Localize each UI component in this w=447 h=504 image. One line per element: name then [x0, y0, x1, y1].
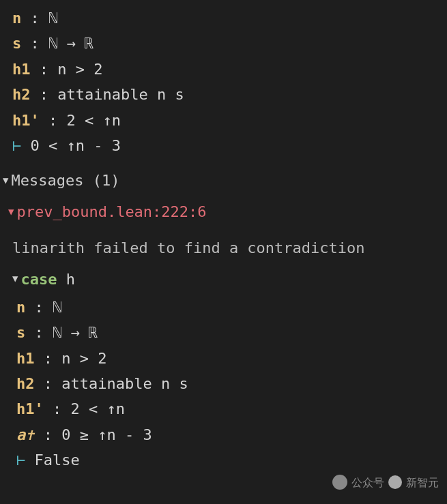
hypothesis-line: s : ℕ → ℝ	[12, 31, 435, 56]
hyp-name: a✝	[16, 426, 35, 443]
error-location-text: prev_bound.lean:222:6	[16, 199, 206, 224]
error-location-link[interactable]: ▼ prev_bound.lean:222:6	[5, 198, 447, 226]
hyp-type: 2 < ↑n	[67, 112, 121, 129]
hypothesis-line: s : ℕ → ℝ	[16, 320, 431, 345]
hyp-name: h2	[16, 375, 35, 392]
case-goal-state: n : ℕ s : ℕ → ℝ h1 : n > 2 h2 : attainab…	[0, 292, 447, 476]
hypothesis-line: h1' : 2 < ↑n	[16, 396, 431, 421]
goal-text: 0 < ↑n - 3	[31, 137, 121, 154]
hyp-name: n	[16, 299, 25, 316]
goal-line: ⊢ False	[16, 447, 431, 473]
hyp-name: n	[12, 10, 21, 27]
hyp-type: attainable n s	[61, 375, 188, 392]
chevron-down-icon: ▼	[12, 271, 18, 287]
chevron-down-icon: ▼	[3, 173, 8, 189]
hyp-type: 2 < ↑n	[71, 400, 125, 417]
hypothesis-line: h1 : n > 2	[12, 57, 435, 82]
hyp-type: attainable n s	[57, 86, 184, 103]
messages-header[interactable]: ▼ Messages (1)	[0, 164, 447, 197]
case-name: h	[66, 267, 75, 292]
hyp-type: ℕ	[48, 10, 57, 27]
watermark-text-1: 公众号	[351, 473, 384, 492]
hyp-name: h1'	[16, 400, 44, 417]
hypothesis-line: n : ℕ	[16, 295, 431, 320]
hyp-name: h1	[12, 61, 31, 78]
hyp-name: h1'	[12, 112, 40, 129]
hypothesis-line: h1' : 2 < ↑n	[12, 108, 435, 133]
hypothesis-line: h2 : attainable n s	[12, 82, 435, 107]
case-keyword: case	[20, 267, 57, 292]
messages-title: Messages (1)	[11, 168, 119, 193]
wechat-icon	[332, 475, 347, 490]
hypothesis-line: h1 : n > 2	[16, 346, 431, 371]
goal-text: False	[35, 451, 80, 469]
hyp-type: ℕ	[53, 299, 61, 316]
goal-line: ⊢ 0 < ↑n - 3	[12, 133, 435, 158]
hyp-type: ℕ → ℝ	[48, 35, 93, 52]
watermark: 公众号 新智元	[332, 473, 439, 492]
hyp-name: s	[16, 324, 25, 341]
hyp-type: ℕ → ℝ	[53, 324, 98, 341]
turnstile-icon: ⊢	[16, 451, 25, 469]
hypothesis-line: h2 : attainable n s	[16, 371, 431, 396]
hypothesis-line: a✝ : 0 ≥ ↑n - 3	[16, 422, 431, 447]
avatar-icon	[388, 475, 402, 489]
case-header[interactable]: ▼ case h	[0, 267, 447, 292]
goal-state-block: n : ℕ s : ℕ → ℝ h1 : n > 2 h2 : attainab…	[0, 0, 447, 164]
hyp-type: 0 ≥ ↑n - 3	[61, 426, 152, 443]
hyp-name: h1	[16, 350, 35, 367]
turnstile-icon: ⊢	[12, 137, 21, 154]
watermark-text-2: 新智元	[406, 473, 439, 492]
hyp-type: n > 2	[57, 61, 102, 78]
hyp-name: s	[12, 35, 21, 52]
error-message: linarith failed to find a contradiction	[0, 226, 447, 266]
hyp-type: n > 2	[61, 350, 106, 367]
chevron-down-icon: ▼	[8, 204, 14, 220]
hyp-name: h2	[12, 86, 31, 103]
hypothesis-line: n : ℕ	[12, 5, 435, 31]
